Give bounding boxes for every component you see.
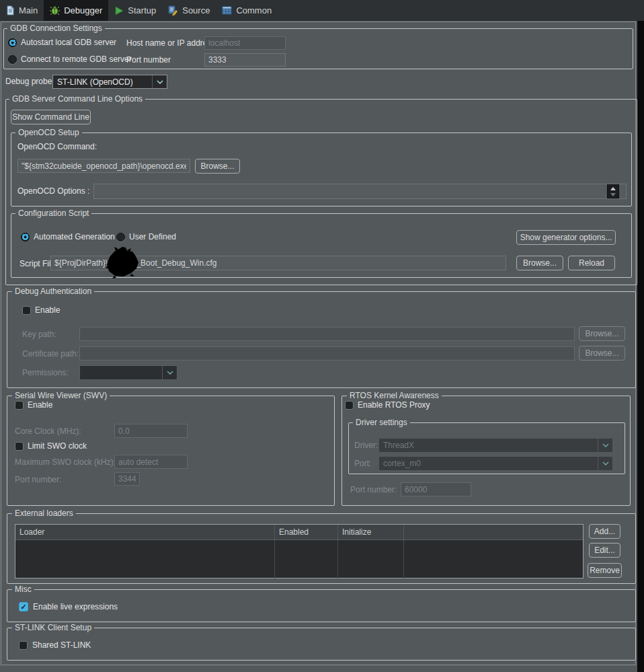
permissions-select[interactable] (79, 365, 177, 380)
tab-bar: Main Debugger Startup Source Common (0, 0, 644, 21)
enable-live-expressions-checkbox[interactable]: ✓ (19, 602, 28, 611)
radio-user-defined[interactable] (116, 233, 125, 241)
tab-debugger[interactable]: Debugger (44, 0, 108, 21)
spin-buttons-icon[interactable] (607, 184, 619, 198)
column-header-blank (404, 525, 583, 539)
redaction-scribble (108, 263, 136, 264)
group-stlink-client-setup: ST-LINK Client Setup (7, 628, 636, 661)
group-title: ST-LINK Client Setup (12, 622, 94, 633)
key-path-input[interactable] (79, 327, 575, 341)
table-cell-empty (15, 540, 275, 578)
external-loader-remove-button[interactable]: Remove (588, 563, 622, 578)
group-title: RTOS Kernel Awareness (347, 390, 442, 401)
column-header-loader: Loader (15, 525, 275, 539)
checkbox-label: Enable (28, 400, 52, 410)
chevron-down-icon (598, 457, 612, 470)
tab-label: Debugger (64, 5, 102, 15)
key-path-browse-button[interactable]: Browse... (579, 326, 625, 341)
document-icon (6, 5, 15, 15)
show-generator-options-button[interactable]: Show generator options... (516, 230, 616, 245)
key-path-label: Key path: (22, 330, 56, 340)
tab-label: Source (182, 5, 210, 15)
openocd-options-input[interactable] (93, 184, 627, 199)
certificate-path-browse-button[interactable]: Browse... (579, 346, 625, 361)
host-name-input[interactable] (204, 36, 286, 50)
radio-autostart-local-gdb-server[interactable] (8, 38, 17, 47)
external-loader-add-button[interactable]: Add... (589, 524, 620, 539)
debug-auth-enable-checkbox[interactable] (22, 306, 31, 315)
rtos-port-value: cortex_m0 (379, 459, 598, 468)
table-cell-empty (275, 540, 338, 578)
script-file-reload-button[interactable]: Reload (568, 256, 615, 270)
column-header-enabled: Enabled (275, 525, 338, 539)
group-title: External loaders (12, 508, 76, 519)
driver-value: ThreadX (379, 441, 598, 450)
checkbox-label: Limit SWO clock (28, 441, 87, 451)
table-body-empty[interactable] (15, 540, 583, 578)
play-icon (114, 6, 124, 15)
checkbox-label: Enable live expressions (33, 602, 118, 612)
group-title: Serial Wire Viewer (SWV) (12, 390, 110, 401)
max-swo-clock-label: Maximum SWO clock (kHz): (15, 457, 116, 468)
certificate-path-label: Certificate path: (22, 349, 79, 359)
debug-probe-select[interactable]: ST-LINK (OpenOCD) (52, 75, 167, 89)
tab-source[interactable]: Source (162, 0, 216, 21)
port-number-input[interactable] (204, 53, 286, 67)
chevron-down-icon (162, 366, 177, 379)
port-number-label: Port number (126, 55, 171, 65)
host-name-label: Host name or IP address (126, 38, 216, 48)
rtos-port-number-label: Port number: (350, 485, 397, 495)
radio-label: Automated Generation (34, 232, 115, 242)
debug-probe-value: ST-LINK (OpenOCD) (53, 77, 152, 87)
group-title: Misc (12, 584, 34, 595)
group-title: OpenOCD Setup (15, 127, 82, 138)
table-cell-empty (338, 540, 404, 578)
shared-stlink-checkbox[interactable] (19, 641, 28, 650)
enable-rtos-proxy-checkbox[interactable] (345, 401, 354, 410)
debug-configuration-dialog: Main Debugger Startup Source Common (0, 0, 644, 672)
rtos-port-label: Port: (354, 459, 371, 469)
script-file-input[interactable]: ${ProjDirPath}\ _Boot_Debug_Win.cfg (50, 256, 506, 270)
radio-label: Connect to remote GDB server (21, 54, 132, 65)
driver-select[interactable]: ThreadX (378, 438, 613, 453)
openocd-command-browse-button[interactable]: Browse... (195, 159, 240, 174)
checkbox-label: Shared ST-LINK (32, 640, 91, 650)
checkbox-label: Enable RTOS Proxy (358, 400, 430, 410)
certificate-path-input[interactable] (79, 346, 575, 361)
group-title: Configuration Script (15, 208, 91, 219)
rtos-port-number-input[interactable] (401, 482, 471, 496)
openocd-options-label: OpenOCD Options : (17, 186, 89, 196)
script-file-browse-button[interactable]: Browse... (516, 256, 563, 270)
external-loaders-table[interactable]: Loader Enabled Initialize (15, 524, 583, 578)
group-title: GDB Connection Settings (7, 23, 105, 34)
debug-probe-label: Debug probe (5, 77, 52, 87)
openocd-command-label: OpenOCD Command: (17, 142, 97, 152)
tab-startup[interactable]: Startup (108, 0, 162, 21)
table-icon (222, 6, 232, 15)
max-swo-clock-input[interactable] (114, 455, 188, 469)
radio-automated-generation[interactable] (21, 233, 30, 241)
tab-main[interactable]: Main (0, 0, 44, 21)
scrollbar-track[interactable] (637, 21, 644, 672)
column-header-initialize: Initialize (338, 525, 404, 539)
chevron-down-icon (152, 75, 167, 88)
radio-connect-remote-gdb-server[interactable] (8, 55, 17, 64)
core-clock-input[interactable] (114, 424, 188, 438)
table-header-row: Loader Enabled Initialize (15, 525, 583, 540)
tab-label: Startup (128, 5, 156, 15)
bug-icon (50, 5, 60, 15)
show-command-line-button[interactable]: Show Command Line (11, 110, 91, 124)
group-title: GDB Server Command Line Options (9, 94, 145, 104)
swv-port-number-input[interactable] (114, 472, 140, 486)
openocd-command-input[interactable] (17, 159, 190, 173)
rtos-port-select[interactable]: cortex_m0 (378, 456, 613, 471)
core-clock-label: Core Clock (MHz): (15, 426, 81, 437)
swv-enable-checkbox[interactable] (15, 401, 24, 410)
tab-common[interactable]: Common (216, 0, 278, 21)
tab-label: Common (236, 5, 272, 15)
external-loader-edit-button[interactable]: Edit... (589, 543, 620, 558)
script-file-suffix: _Boot_Debug_Win.cfg (136, 258, 216, 268)
tab-label: Main (19, 5, 38, 15)
limit-swo-clock-checkbox[interactable] (15, 442, 24, 451)
checkbox-label: Enable (35, 305, 60, 315)
